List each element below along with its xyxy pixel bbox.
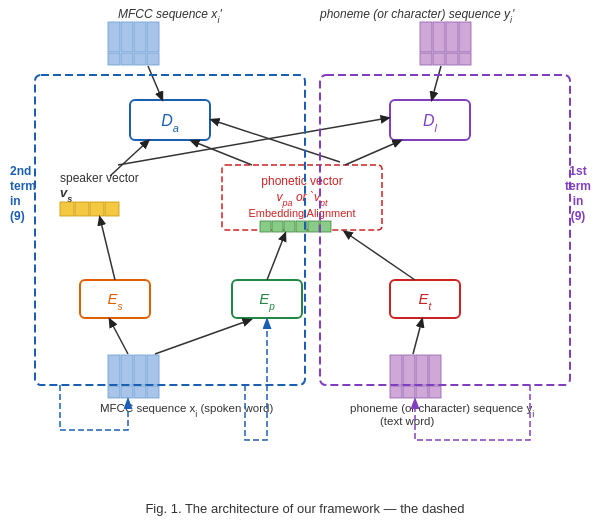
svg-rect-11 xyxy=(459,22,471,52)
svg-rect-5 xyxy=(121,53,133,65)
svg-rect-17 xyxy=(75,202,89,216)
svg-line-52 xyxy=(110,320,128,354)
svg-rect-25 xyxy=(320,221,331,232)
second-term-label4: (9) xyxy=(10,209,25,223)
svg-rect-34 xyxy=(390,355,402,385)
svg-rect-40 xyxy=(416,386,428,398)
vs-label: vs xyxy=(60,185,72,204)
first-term-label: 1st xyxy=(569,164,586,178)
svg-rect-28 xyxy=(134,355,146,385)
embedding-alignment-label: Embedding Alignment xyxy=(248,207,355,219)
first-term-label3: in xyxy=(573,194,584,208)
svg-line-51 xyxy=(345,232,415,280)
diagram-container: MFCC sequence xi' phoneme (or character)… xyxy=(0,0,610,480)
speaker-vector-label: speaker vector xyxy=(60,171,139,185)
speaker-vector-grid xyxy=(60,202,119,216)
svg-rect-13 xyxy=(433,53,445,65)
svg-rect-26 xyxy=(108,355,120,385)
svg-rect-39 xyxy=(403,386,415,398)
svg-rect-24 xyxy=(308,221,319,232)
svg-rect-12 xyxy=(420,53,432,65)
svg-rect-32 xyxy=(134,386,146,398)
phonetic-vector-label: phonetic vector xyxy=(261,174,342,188)
caption: Fig. 1. The architecture of our framewor… xyxy=(0,496,610,522)
svg-line-54 xyxy=(413,320,422,354)
svg-rect-0 xyxy=(108,22,120,52)
svg-rect-6 xyxy=(134,53,146,65)
svg-rect-33 xyxy=(147,386,159,398)
svg-rect-31 xyxy=(121,386,133,398)
svg-line-50 xyxy=(267,234,285,280)
svg-rect-1 xyxy=(121,22,133,52)
svg-rect-7 xyxy=(147,53,159,65)
svg-rect-14 xyxy=(446,53,458,65)
svg-rect-38 xyxy=(390,386,402,398)
svg-rect-37 xyxy=(429,355,441,385)
svg-rect-41 xyxy=(429,386,441,398)
svg-line-42 xyxy=(148,66,162,99)
phoneme-top-label: phoneme (or character) sequence yi' xyxy=(319,7,515,25)
svg-rect-35 xyxy=(403,355,415,385)
svg-line-47 xyxy=(345,141,400,165)
svg-rect-22 xyxy=(284,221,295,232)
svg-line-53 xyxy=(155,320,250,354)
blue-arrow-ep xyxy=(245,320,267,440)
svg-rect-10 xyxy=(446,22,458,52)
svg-rect-2 xyxy=(134,22,146,52)
svg-rect-18 xyxy=(90,202,104,216)
first-term-label2: term xyxy=(565,179,591,193)
svg-rect-9 xyxy=(433,22,445,52)
svg-line-46 xyxy=(192,141,252,165)
svg-rect-4 xyxy=(108,53,120,65)
svg-rect-16 xyxy=(60,202,74,216)
phoneme-bottom-label: phoneme (or character) sequence yi xyxy=(350,402,534,419)
phoneme-bottom-grid xyxy=(390,355,441,398)
svg-rect-20 xyxy=(260,221,271,232)
svg-line-43 xyxy=(432,66,441,99)
architecture-diagram: MFCC sequence xi' phoneme (or character)… xyxy=(0,0,610,480)
mfcc-bottom-grid xyxy=(108,355,159,398)
svg-rect-27 xyxy=(121,355,133,385)
svg-rect-3 xyxy=(147,22,159,52)
svg-rect-29 xyxy=(147,355,159,385)
text-word-label: (text word) xyxy=(380,415,434,427)
second-term-label3: in xyxy=(10,194,21,208)
svg-rect-36 xyxy=(416,355,428,385)
mfcc-bottom-label: MFCC sequence xi (spoken word) xyxy=(100,402,273,419)
second-term-label2: term xyxy=(10,179,36,193)
svg-rect-30 xyxy=(108,386,120,398)
first-term-label4: (9) xyxy=(571,209,586,223)
svg-line-44 xyxy=(100,218,115,280)
svg-rect-8 xyxy=(420,22,432,52)
svg-rect-21 xyxy=(272,221,283,232)
caption-text: Fig. 1. The architecture of our framewor… xyxy=(145,501,464,516)
mfcc-top-grid xyxy=(108,22,159,65)
svg-rect-19 xyxy=(105,202,119,216)
phoneme-top-grid xyxy=(420,22,471,65)
svg-rect-15 xyxy=(459,53,471,65)
second-term-label: 2nd xyxy=(10,164,31,178)
